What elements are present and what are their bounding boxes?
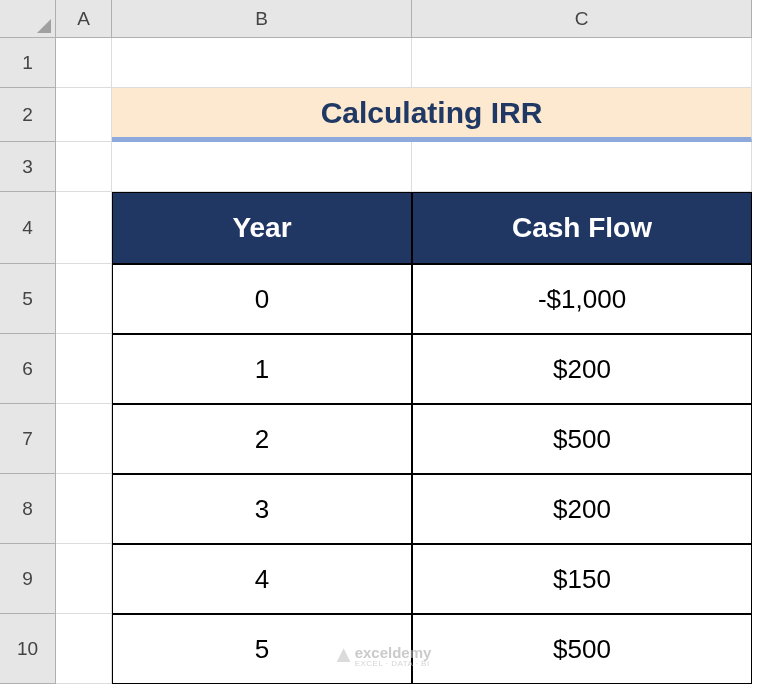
column-header-b[interactable]: B [112,0,412,38]
cell-a4[interactable] [56,192,112,264]
watermark: exceldemy EXCEL · DATA · BI [337,644,432,667]
cell-a2[interactable] [56,88,112,142]
cell-b3[interactable] [112,142,412,192]
cell-a9[interactable] [56,544,112,614]
cell-c3[interactable] [412,142,752,192]
table-cell-year-2[interactable]: 2 [112,404,412,474]
row-header-8[interactable]: 8 [0,474,56,544]
cell-a7[interactable] [56,404,112,474]
row-header-3[interactable]: 3 [0,142,56,192]
table-header-year[interactable]: Year [112,192,412,264]
row-header-4[interactable]: 4 [0,192,56,264]
table-cell-cashflow-1[interactable]: $200 [412,334,752,404]
cell-a8[interactable] [56,474,112,544]
row-header-2[interactable]: 2 [0,88,56,142]
table-cell-cashflow-4[interactable]: $150 [412,544,752,614]
cell-b1[interactable] [112,38,412,88]
spreadsheet-grid: A B C 1 2 Calculating IRR 3 4 Year Cash … [0,0,768,684]
title-cell[interactable]: Calculating IRR [112,88,752,142]
row-header-6[interactable]: 6 [0,334,56,404]
column-header-c[interactable]: C [412,0,752,38]
cell-c1[interactable] [412,38,752,88]
table-cell-year-1[interactable]: 1 [112,334,412,404]
row-header-1[interactable]: 1 [0,38,56,88]
row-header-7[interactable]: 7 [0,404,56,474]
cell-a3[interactable] [56,142,112,192]
table-header-cashflow[interactable]: Cash Flow [412,192,752,264]
watermark-logo-icon [337,648,351,662]
cell-a1[interactable] [56,38,112,88]
column-header-a[interactable]: A [56,0,112,38]
table-cell-year-4[interactable]: 4 [112,544,412,614]
row-header-10[interactable]: 10 [0,614,56,684]
row-header-9[interactable]: 9 [0,544,56,614]
watermark-tagline: EXCEL · DATA · BI [355,661,432,667]
table-cell-cashflow-3[interactable]: $200 [412,474,752,544]
row-header-5[interactable]: 5 [0,264,56,334]
table-cell-year-3[interactable]: 3 [112,474,412,544]
cell-a5[interactable] [56,264,112,334]
cell-a6[interactable] [56,334,112,404]
table-cell-cashflow-2[interactable]: $500 [412,404,752,474]
watermark-text: exceldemy EXCEL · DATA · BI [355,644,432,667]
table-cell-cashflow-0[interactable]: -$1,000 [412,264,752,334]
select-all-corner[interactable] [0,0,56,38]
table-cell-year-0[interactable]: 0 [112,264,412,334]
table-cell-cashflow-5[interactable]: $500 [412,614,752,684]
cell-a10[interactable] [56,614,112,684]
